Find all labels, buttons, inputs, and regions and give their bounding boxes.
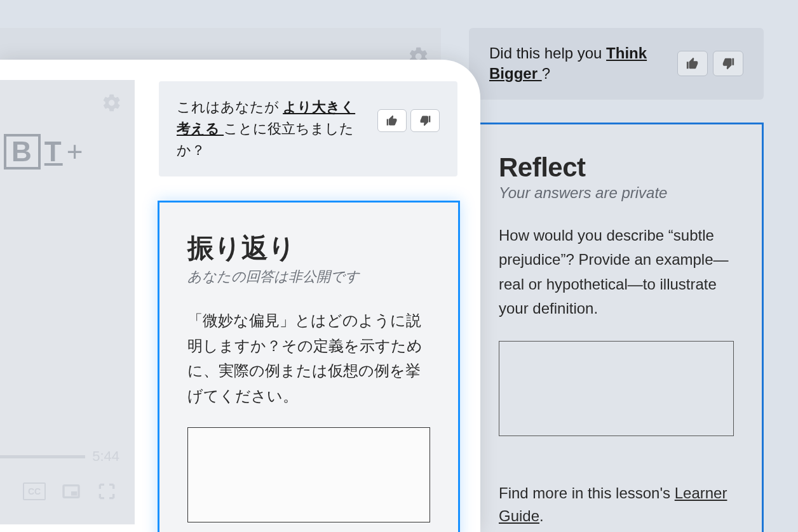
help-prefix: Did this help you (489, 44, 606, 62)
thumbs-down-button[interactable] (410, 109, 440, 132)
reflect-answer-input-jp[interactable] (187, 427, 430, 522)
reflect-footer: Find more in this lesson's Learner Guide… (499, 482, 734, 528)
thumbs-down-icon (721, 57, 735, 70)
thumbs-down-button[interactable] (713, 51, 743, 76)
translation-popup: B T + 5:44 CC これはあなたが (0, 60, 480, 532)
reflect-card-jp: 振り返り あなたの回答は非公開です 「微妙な偏見」とはどのように説明しますか？そ… (158, 201, 460, 532)
reflect-subtitle-jp: あなたの回答は非公開です (187, 267, 430, 286)
thumbs-up-button[interactable] (677, 51, 708, 76)
video-logo: B T + (4, 134, 84, 170)
footer-prefix: Find more in this lesson's (499, 484, 675, 502)
thumb-group-jp (377, 109, 440, 132)
right-column: Did this help you Think Bigger ? Reflect… (469, 28, 764, 532)
thumbs-up-button[interactable] (377, 109, 407, 132)
help-text: Did this help you Think Bigger ? (489, 43, 665, 84)
help-prefix-jp: これはあなたが (177, 99, 279, 115)
reflect-title-jp: 振り返り (187, 230, 430, 266)
video-time: 5:44 (92, 448, 119, 465)
reflect-answer-input[interactable] (499, 341, 734, 436)
cc-button[interactable]: CC (23, 482, 46, 500)
reflect-card: Reflect Your answers are private How wou… (469, 123, 764, 532)
help-suffix: ? (542, 65, 550, 82)
pip-icon[interactable] (61, 481, 81, 502)
logo-b: B (4, 134, 41, 170)
reflect-title: Reflect (499, 152, 734, 183)
video-tile: B T + 5:44 CC (0, 80, 135, 524)
thumbs-down-icon (419, 114, 431, 127)
help-text-jp: これはあなたが より大きく考える ことに役立ちましたか？ (177, 96, 366, 161)
fullscreen-icon[interactable] (97, 481, 117, 502)
reflect-prompt: How would you describe “subtle prejudice… (499, 223, 734, 321)
gear-icon[interactable] (102, 93, 122, 116)
reflect-prompt-jp: 「微妙な偏見」とはどのように説明しますか？その定義を示すために、実際の例または仮… (187, 308, 430, 408)
thumbs-up-icon (686, 57, 700, 70)
progress-bar[interactable] (0, 455, 85, 458)
footer-suffix: . (539, 507, 544, 524)
logo-t: T (44, 136, 63, 168)
svg-rect-1 (71, 491, 77, 496)
help-card-jp: これはあなたが より大きく考える ことに役立ちましたか？ (159, 81, 457, 176)
thumbs-up-icon (386, 114, 398, 127)
logo-plus: + (67, 136, 85, 168)
reflect-subtitle: Your answers are private (499, 184, 734, 202)
help-card: Did this help you Think Bigger ? (469, 28, 764, 100)
thumb-group (677, 51, 743, 76)
